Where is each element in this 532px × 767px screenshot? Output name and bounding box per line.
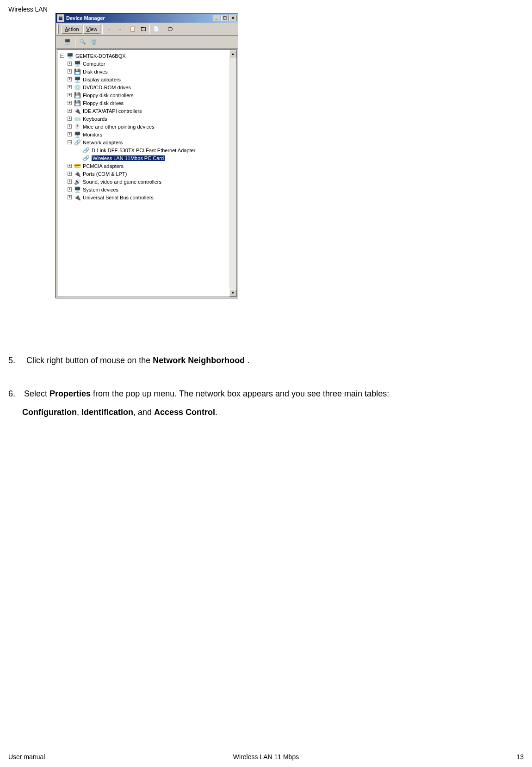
back-icon: ← (105, 25, 114, 33)
floppy-icon: 💾 (74, 99, 81, 107)
device-tree: – 🖥️ GEMTEK-DDTA6BQX +🖥️Computer +💾Disk … (57, 49, 237, 297)
divider (149, 25, 150, 34)
step-bold: Properties (49, 389, 91, 398)
divider (102, 25, 103, 34)
menu-handle (58, 37, 59, 47)
tree-item-label-selected: Wireless LAN 11Mbps PC Card (92, 155, 165, 161)
collapse-icon[interactable]: – (60, 54, 64, 58)
mouse-icon: 🖱️ (74, 123, 81, 130)
menu-action[interactable]: Action (62, 25, 82, 34)
scrollbar[interactable]: ▲ ▼ (229, 50, 236, 297)
footer-left: User manual (8, 753, 45, 761)
toolbar-icon-2[interactable]: 🗔 (138, 25, 148, 33)
computer-icon: 🖥️ (74, 60, 81, 68)
tree-item-pcmcia[interactable]: +💳PCMCIA adapters (57, 162, 236, 170)
expand-icon[interactable]: + (68, 132, 72, 136)
window-title: Device Manager (66, 15, 213, 21)
expand-icon[interactable]: + (68, 85, 72, 89)
tree-item-disk[interactable]: +💾Disk drives (57, 68, 236, 75)
tree-item-ide[interactable]: +🔌IDE ATA/ATAPI controllers (57, 107, 236, 115)
expand-icon[interactable]: + (68, 69, 72, 74)
step-text: , (77, 408, 81, 417)
tree-item-floppy-drv[interactable]: +💾Floppy disk drives (57, 99, 236, 107)
collapse-icon[interactable]: – (68, 140, 72, 144)
disk-icon: 💾 (74, 68, 81, 75)
tree-item-label: D-Link DFE-530TX PCI Fast Ethernet Adapt… (92, 148, 195, 153)
remove-device-icon[interactable]: 🗑️ (89, 38, 99, 46)
tree-item-keyboard[interactable]: +⌨️Keyboards (57, 115, 236, 123)
divider (163, 25, 163, 34)
tree-item-display[interactable]: +🖥️Display adapters (57, 75, 236, 83)
expand-icon[interactable]: + (68, 117, 72, 121)
menubar: Action View ← → 📋 🗔 📄 🖵 (56, 23, 238, 36)
scroll-up-button[interactable]: ▲ (229, 50, 236, 57)
expand-icon[interactable]: + (68, 62, 72, 66)
expand-icon[interactable]: + (68, 164, 72, 168)
close-button[interactable]: ✕ (229, 15, 237, 21)
tree-item-label: Disk drives (83, 69, 108, 74)
step-bold: Configuration (22, 408, 77, 417)
expand-icon[interactable]: + (68, 179, 72, 184)
computer-icon[interactable]: 🖥️ (63, 38, 72, 46)
scan-hardware-icon[interactable]: 🔍 (78, 38, 87, 46)
tree-item-label: Ports (COM & LPT) (83, 171, 127, 177)
expand-icon[interactable]: + (68, 101, 72, 105)
minimize-button[interactable]: _ (213, 15, 220, 21)
expand-icon[interactable]: + (68, 109, 72, 113)
expand-icon[interactable]: + (68, 93, 72, 97)
step-number: 5. (8, 352, 19, 370)
nic-icon: 🔗 (82, 155, 90, 162)
tree-item-floppy-ctrl[interactable]: +💾Floppy disk controllers (57, 91, 236, 99)
toolbar-icon-1[interactable]: 📋 (128, 25, 137, 33)
scroll-down-button[interactable]: ▼ (229, 289, 236, 297)
tree-item-wireless[interactable]: 🔗Wireless LAN 11Mbps PC Card (57, 154, 236, 162)
properties-icon[interactable]: 📄 (152, 25, 161, 33)
menu-view[interactable]: View (83, 25, 101, 34)
step-bold: Network Neighborhood (153, 356, 245, 365)
tree-item-mice[interactable]: +🖱️Mice and other pointing devices (57, 123, 236, 130)
monitor-icon: 🖥️ (74, 131, 81, 138)
tree-item-label: Network adapters (83, 140, 123, 145)
tree-item-label: System devices (83, 187, 118, 192)
system-icon: 🖥️ (74, 186, 81, 193)
tree-item-dlink[interactable]: 🔗D-Link DFE-530TX PCI Fast Ethernet Adap… (57, 146, 236, 154)
tree-item-label: Computer (83, 61, 105, 67)
expand-icon[interactable]: + (68, 172, 72, 176)
forward-icon: → (115, 25, 124, 33)
ide-icon: 🔌 (74, 107, 81, 115)
tree-item-ports[interactable]: +🔌Ports (COM & LPT) (57, 170, 236, 178)
floppy-icon: 💾 (74, 92, 81, 99)
refresh-icon[interactable]: 🖵 (165, 25, 174, 33)
step-bold: Identification (81, 408, 133, 417)
tree-item-sound[interactable]: +🔊Sound, video and game controllers (57, 178, 236, 186)
step-text: . (215, 408, 217, 417)
expand-icon[interactable]: + (68, 77, 72, 81)
footer: User manual 13 (0, 753, 532, 761)
tree-item-usb[interactable]: +🔌Universal Serial Bus controllers (57, 193, 236, 201)
step-text: , and (133, 408, 154, 417)
divider (126, 25, 126, 34)
step-5: 5. Click right button of mouse on the Ne… (8, 352, 524, 370)
tree-item-system[interactable]: +🖥️System devices (57, 186, 236, 193)
tree-root[interactable]: – 🖥️ GEMTEK-DDTA6BQX (57, 52, 236, 60)
display-icon: 🖥️ (74, 76, 81, 83)
expand-icon[interactable]: + (68, 124, 72, 129)
tree-item-label: Mice and other pointing devices (83, 124, 155, 130)
tree-item-network[interactable]: –🔗Network adapters (57, 138, 236, 146)
step-6: 6. Select Properties from the pop up men… (8, 385, 524, 421)
footer-right: 13 (516, 753, 524, 761)
tree-item-dvd[interactable]: +💿DVD/CD-ROM drives (57, 83, 236, 91)
maximize-button[interactable]: ☐ (221, 15, 229, 21)
device-manager-window: 🖥 Device Manager _ ☐ ✕ Action View ← → 📋… (56, 13, 238, 298)
expand-icon[interactable]: + (68, 187, 72, 192)
pcmcia-icon: 💳 (74, 162, 81, 170)
step-number: 6. (8, 385, 19, 403)
tree-item-label: Floppy disk drives (83, 100, 124, 106)
sound-icon: 🔊 (74, 178, 81, 186)
expand-icon[interactable]: + (68, 195, 72, 199)
scroll-track[interactable] (229, 57, 236, 289)
tree-item-label: Monitors (83, 132, 102, 137)
tree-item-monitors[interactable]: +🖥️Monitors (57, 130, 236, 138)
tree-item-computer[interactable]: +🖥️Computer (57, 60, 236, 68)
tree-item-label: Universal Serial Bus controllers (83, 195, 154, 200)
